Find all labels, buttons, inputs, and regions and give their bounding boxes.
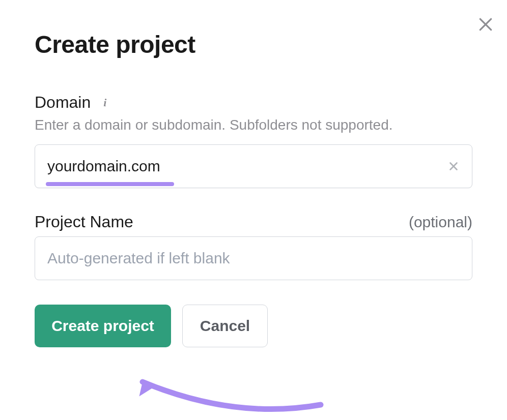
domain-input-wrapper bbox=[35, 144, 472, 188]
project-name-input[interactable] bbox=[35, 236, 472, 280]
domain-label-row: Domain i bbox=[35, 93, 472, 112]
project-name-input-wrapper bbox=[35, 236, 472, 280]
modal-title: Create project bbox=[35, 31, 472, 58]
close-icon bbox=[477, 16, 494, 33]
create-project-button[interactable]: Create project bbox=[35, 305, 171, 347]
project-name-label-row: Project Name (optional) bbox=[35, 213, 472, 231]
domain-hint: Enter a domain or subdomain. Subfolders … bbox=[35, 117, 472, 133]
domain-highlight-underline bbox=[46, 182, 174, 186]
create-project-modal: Create project Domain i Enter a domain o… bbox=[0, 0, 507, 368]
project-name-field-group: Project Name (optional) bbox=[35, 213, 472, 280]
arrow-annotation bbox=[117, 364, 336, 420]
close-button[interactable] bbox=[475, 14, 496, 35]
domain-label: Domain i bbox=[35, 93, 109, 112]
domain-field-group: Domain i Enter a domain or subdomain. Su… bbox=[35, 93, 472, 188]
clear-icon bbox=[448, 161, 459, 172]
optional-badge: (optional) bbox=[409, 214, 472, 231]
cancel-button[interactable]: Cancel bbox=[182, 305, 268, 347]
project-name-label-text: Project Name bbox=[35, 213, 133, 231]
info-icon[interactable]: i bbox=[101, 99, 109, 107]
button-row: Create project Cancel bbox=[35, 305, 472, 347]
domain-label-text: Domain bbox=[35, 93, 91, 112]
project-name-label: Project Name bbox=[35, 213, 133, 231]
clear-domain-button[interactable] bbox=[446, 159, 461, 174]
